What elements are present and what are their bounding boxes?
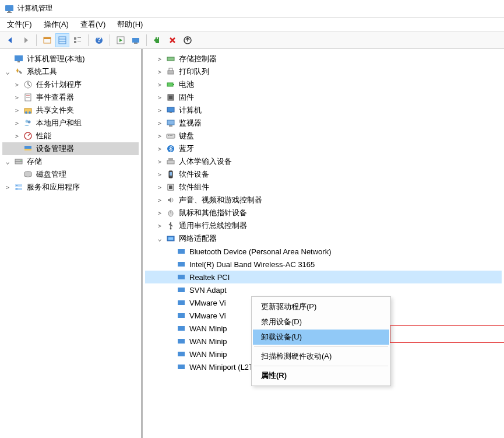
net-svn-adapter[interactable]: SVN Adapt bbox=[145, 283, 502, 296]
expander-icon[interactable] bbox=[156, 210, 164, 216]
svg-rect-9 bbox=[77, 37, 81, 38]
svg-rect-70 bbox=[178, 275, 185, 279]
tree-label: 声音、视频和游戏控制器 bbox=[178, 195, 263, 205]
enable-button[interactable] bbox=[150, 33, 164, 47]
menu-help[interactable]: 帮助(H) bbox=[115, 18, 145, 31]
expander-icon[interactable] bbox=[13, 107, 21, 114]
tree-event-viewer[interactable]: 事件查看器 bbox=[2, 91, 139, 104]
ctx-disable-device[interactable]: 禁用设备(D) bbox=[253, 314, 389, 330]
cat-firmware[interactable]: 固件 bbox=[145, 91, 502, 104]
expander-icon[interactable] bbox=[156, 234, 164, 243]
svg-rect-71 bbox=[178, 288, 185, 292]
expander-icon[interactable] bbox=[156, 133, 164, 139]
ctx-label: 扫描检测硬件改动(A) bbox=[261, 351, 332, 362]
expander-icon[interactable] bbox=[156, 223, 164, 229]
tree-label: 软件组件 bbox=[178, 182, 210, 192]
svg-point-27 bbox=[29, 111, 31, 114]
expander-icon[interactable] bbox=[156, 184, 164, 191]
cat-storage-ctrl[interactable]: 存储控制器 bbox=[145, 52, 502, 65]
net-intel-wireless[interactable]: Intel(R) Dual Band Wireless-AC 3165 bbox=[145, 258, 502, 271]
net-realtek[interactable]: Realtek PCI bbox=[145, 271, 502, 283]
update-button[interactable] bbox=[181, 33, 195, 47]
expander-icon[interactable] bbox=[13, 94, 21, 101]
svg-point-26 bbox=[25, 111, 27, 114]
ctx-scan-hardware[interactable]: 扫描检测硬件改动(A) bbox=[253, 349, 389, 364]
cat-hid[interactable]: 人体学输入设备 bbox=[145, 155, 502, 168]
tree-label: 监视器 bbox=[178, 118, 203, 128]
expander-icon[interactable] bbox=[3, 157, 12, 166]
toolbar-separator bbox=[110, 34, 110, 46]
delete-button[interactable] bbox=[165, 33, 179, 47]
cat-computer[interactable]: 计算机 bbox=[145, 104, 502, 117]
tree-label: 存储控制器 bbox=[178, 54, 218, 64]
expander-icon[interactable] bbox=[156, 107, 164, 114]
expander-icon[interactable] bbox=[156, 94, 164, 101]
tree-task-scheduler[interactable]: 任务计划程序 bbox=[2, 78, 139, 91]
cat-network-adapters[interactable]: 网络适配器 bbox=[145, 232, 502, 245]
svg-rect-54 bbox=[170, 135, 171, 136]
cat-software-devices[interactable]: 软件设备 bbox=[145, 168, 502, 181]
net-bluetooth-pan[interactable]: Bluetooth Device (Personal Area Network) bbox=[145, 245, 502, 258]
svg-rect-41 bbox=[167, 57, 174, 61]
help-button[interactable]: ? bbox=[92, 33, 106, 47]
svg-rect-72 bbox=[178, 300, 185, 305]
ctx-uninstall-device[interactable]: 卸载设备(U) bbox=[253, 330, 389, 345]
ctx-label: 卸载设备(U) bbox=[261, 332, 302, 342]
ctx-properties[interactable]: 属性(R) bbox=[253, 368, 389, 383]
tree-root[interactable]: 计算机管理(本地) bbox=[2, 52, 139, 65]
expander-icon[interactable] bbox=[156, 69, 164, 75]
expander-icon[interactable] bbox=[13, 82, 21, 88]
expander-icon[interactable] bbox=[156, 197, 164, 204]
tree-storage[interactable]: 存储 bbox=[2, 155, 139, 168]
expander-icon[interactable] bbox=[13, 133, 21, 139]
expander-icon[interactable] bbox=[156, 146, 164, 152]
cat-bluetooth[interactable]: 蓝牙 bbox=[145, 142, 502, 155]
ctx-label: 更新驱动程序(P) bbox=[261, 302, 316, 312]
up-button[interactable] bbox=[40, 33, 54, 47]
tree-shared-folders[interactable]: 共享文件夹 bbox=[2, 104, 139, 117]
view-details-button[interactable] bbox=[55, 33, 69, 47]
expander-icon[interactable] bbox=[156, 171, 164, 178]
expander-icon[interactable] bbox=[13, 120, 21, 127]
cat-mouse[interactable]: 鼠标和其他指针设备 bbox=[145, 206, 502, 219]
svg-rect-74 bbox=[178, 326, 185, 331]
tree-disk-management[interactable]: 磁盘管理 bbox=[2, 168, 139, 181]
expander-icon[interactable] bbox=[156, 56, 164, 62]
right-tree: 存储控制器 打印队列 电池 固件 计算机 监视器 键盘 蓝牙 人体学输入设备 软… bbox=[143, 49, 504, 438]
tree-label: Bluetooth Device (Personal Area Network) bbox=[188, 247, 333, 256]
expander-icon[interactable] bbox=[156, 120, 164, 127]
cat-software-components[interactable]: 软件组件 bbox=[145, 181, 502, 194]
svg-rect-58 bbox=[168, 158, 173, 160]
tree-services-apps[interactable]: 服务和应用程序 bbox=[2, 181, 139, 194]
cat-monitor[interactable]: 监视器 bbox=[145, 117, 502, 129]
cat-usb[interactable]: 通用串行总线控制器 bbox=[145, 219, 502, 232]
tree-local-users[interactable]: 本地用户和组 bbox=[2, 117, 139, 129]
scan-hardware-button[interactable] bbox=[129, 33, 143, 47]
expander-icon[interactable] bbox=[156, 159, 164, 165]
back-button[interactable] bbox=[3, 33, 17, 47]
ctx-update-driver[interactable]: 更新驱动程序(P) bbox=[253, 299, 389, 314]
expander-icon[interactable] bbox=[156, 82, 164, 88]
main-panel: 计算机管理(本地) 系统工具 任务计划程序 事件查看器 共享文件夹 本地用户和组 bbox=[0, 49, 504, 438]
cat-keyboard[interactable]: 键盘 bbox=[145, 129, 502, 142]
play-button[interactable] bbox=[114, 33, 128, 47]
view-list-button[interactable] bbox=[71, 33, 84, 47]
shared-folder-icon bbox=[23, 105, 33, 115]
tree-device-manager[interactable]: 设备管理器 bbox=[2, 142, 139, 155]
menu-view[interactable]: 查看(V) bbox=[78, 18, 108, 31]
network-adapter-icon bbox=[176, 349, 186, 359]
cat-battery[interactable]: 电池 bbox=[145, 78, 502, 91]
expander-icon[interactable] bbox=[3, 68, 12, 76]
cat-print-queue[interactable]: 打印队列 bbox=[145, 65, 502, 78]
tree-performance[interactable]: 性能 bbox=[2, 129, 139, 142]
battery-icon bbox=[165, 79, 176, 90]
menu-file[interactable]: 文件(F) bbox=[5, 18, 34, 31]
forward-button[interactable] bbox=[19, 33, 33, 47]
cat-sound[interactable]: 声音、视频和游戏控制器 bbox=[145, 194, 502, 206]
tree-label: 鼠标和其他指针设备 bbox=[178, 208, 248, 218]
ctx-label: 禁用设备(D) bbox=[261, 317, 302, 327]
expander-icon[interactable] bbox=[3, 184, 12, 191]
tools-icon bbox=[13, 66, 24, 77]
menu-action[interactable]: 操作(A) bbox=[41, 18, 71, 31]
tree-system-tools[interactable]: 系统工具 bbox=[2, 65, 139, 78]
